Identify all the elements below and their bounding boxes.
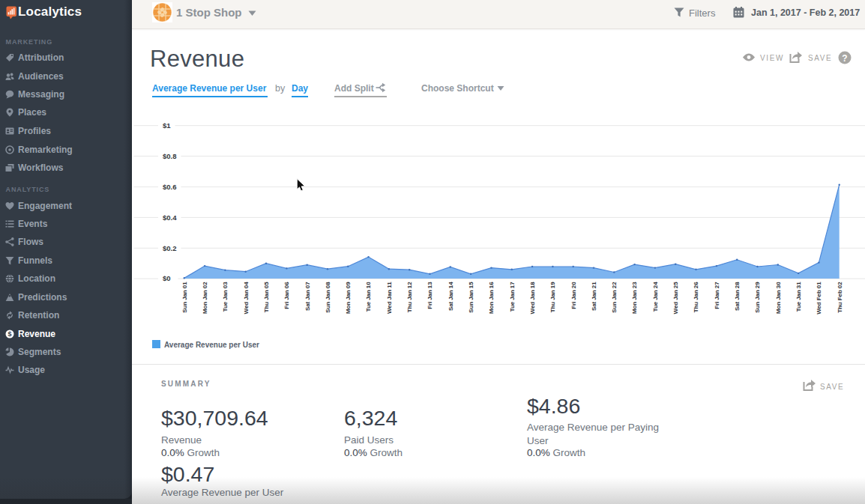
svg-text:$0.4: $0.4 bbox=[163, 213, 177, 222]
svg-text:Thu Jan 05: Thu Jan 05 bbox=[263, 282, 270, 312]
svg-text:Wed Jan 18: Wed Jan 18 bbox=[529, 282, 536, 315]
svg-text:Fri Jan 20: Fri Jan 20 bbox=[570, 282, 577, 309]
svg-text:$0.8: $0.8 bbox=[163, 152, 177, 160]
svg-text:$0.2: $0.2 bbox=[163, 244, 177, 252]
svg-text:Tue Jan 10: Tue Jan 10 bbox=[365, 282, 372, 312]
svg-text:Sun Jan 22: Sun Jan 22 bbox=[611, 282, 618, 313]
svg-text:Sat Jan 14: Sat Jan 14 bbox=[447, 282, 454, 311]
svg-text:Tue Jan 17: Tue Jan 17 bbox=[509, 282, 516, 312]
svg-text:Tue Jan 03: Tue Jan 03 bbox=[222, 282, 229, 312]
svg-text:Thu Jan 19: Thu Jan 19 bbox=[549, 282, 556, 312]
svg-text:Wed Jan 04: Wed Jan 04 bbox=[243, 282, 250, 315]
svg-text:Fri Jan 06: Fri Jan 06 bbox=[283, 282, 290, 309]
svg-text:Wed Feb 01: Wed Feb 01 bbox=[816, 282, 822, 315]
svg-text:Thu Feb 02: Thu Feb 02 bbox=[837, 282, 843, 313]
svg-text:Mon Jan 30: Mon Jan 30 bbox=[775, 282, 782, 314]
svg-text:Mon Jan 09: Mon Jan 09 bbox=[345, 282, 352, 314]
svg-text:Thu Jan 12: Thu Jan 12 bbox=[406, 282, 413, 312]
svg-text:Mon Jan 02: Mon Jan 02 bbox=[202, 282, 208, 314]
svg-text:Tue Jan 24: Tue Jan 24 bbox=[652, 282, 659, 312]
svg-text:Sat Jan 28: Sat Jan 28 bbox=[734, 282, 741, 311]
svg-text:Sun Jan 29: Sun Jan 29 bbox=[754, 282, 761, 313]
svg-text:Sun Jan 08: Sun Jan 08 bbox=[325, 282, 331, 313]
svg-text:Mon Jan 23: Mon Jan 23 bbox=[631, 282, 638, 314]
svg-text:Sat Jan 21: Sat Jan 21 bbox=[591, 282, 597, 311]
svg-text:Wed Jan 11: Wed Jan 11 bbox=[386, 282, 393, 314]
svg-text:Mon Jan 16: Mon Jan 16 bbox=[488, 282, 495, 314]
svg-text:?: ? bbox=[842, 53, 847, 64]
svg-text:Sat Jan 07: Sat Jan 07 bbox=[304, 282, 311, 311]
svg-text:$0: $0 bbox=[163, 274, 171, 282]
svg-text:Thu Jan 26: Thu Jan 26 bbox=[693, 282, 699, 312]
svg-text:$1: $1 bbox=[163, 121, 171, 130]
svg-text:Fri Jan 13: Fri Jan 13 bbox=[427, 282, 433, 309]
svg-text:Sun Jan 15: Sun Jan 15 bbox=[468, 282, 474, 313]
svg-text:$0.6: $0.6 bbox=[163, 183, 177, 191]
svg-text:Sun Jan 01: Sun Jan 01 bbox=[181, 282, 188, 313]
svg-text:Wed Jan 25: Wed Jan 25 bbox=[672, 282, 679, 315]
svg-text:Tue Jan 31: Tue Jan 31 bbox=[795, 282, 802, 312]
svg-text:Fri Jan 27: Fri Jan 27 bbox=[714, 282, 720, 309]
svg-text:$: $ bbox=[7, 330, 11, 338]
